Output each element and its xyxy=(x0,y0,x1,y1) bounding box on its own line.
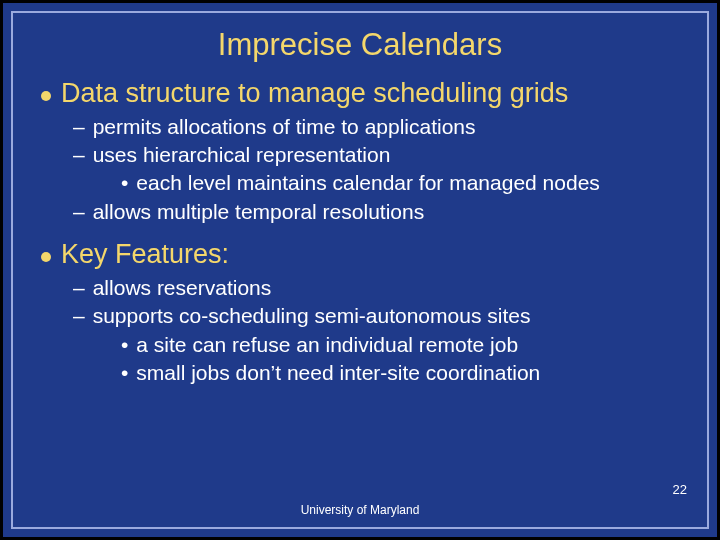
sub-text: allows multiple temporal resolutions xyxy=(93,198,424,226)
sub-text: supports co-scheduling semi-autonomous s… xyxy=(93,302,531,330)
slide-title: Imprecise Calendars xyxy=(41,27,679,63)
dash-icon: – xyxy=(73,302,85,330)
sub-sub-item: • small jobs don’t need inter-site coord… xyxy=(121,359,679,387)
sub-list: – permits allocations of time to applica… xyxy=(73,113,679,226)
sub-item: – allows multiple temporal resolutions xyxy=(73,198,679,226)
bullet-text: Key Features: xyxy=(61,238,229,272)
slide: Imprecise Calendars Data structure to ma… xyxy=(0,0,720,540)
sub-text: permits allocations of time to applicati… xyxy=(93,113,476,141)
sub-item: – uses hierarchical representation xyxy=(73,141,679,169)
dash-icon: – xyxy=(73,141,85,169)
bullet-item: Data structure to manage scheduling grid… xyxy=(41,77,679,111)
sub-sub-item: • each level maintains calendar for mana… xyxy=(121,169,679,197)
sub-item: – allows reservations xyxy=(73,274,679,302)
bullet-icon xyxy=(41,91,51,101)
sub-item: – permits allocations of time to applica… xyxy=(73,113,679,141)
dot-icon: • xyxy=(121,331,128,359)
sub-sub-text: small jobs don’t need inter-site coordin… xyxy=(136,359,540,387)
dash-icon: – xyxy=(73,113,85,141)
bullet-text: Data structure to manage scheduling grid… xyxy=(61,77,568,111)
sub-sub-text: each level maintains calendar for manage… xyxy=(136,169,599,197)
sub-item: – supports co-scheduling semi-autonomous… xyxy=(73,302,679,330)
dot-icon: • xyxy=(121,169,128,197)
dash-icon: – xyxy=(73,198,85,226)
slide-content: Data structure to manage scheduling grid… xyxy=(41,77,679,387)
sub-list: – allows reservations – supports co-sche… xyxy=(73,274,679,387)
sub-text: uses hierarchical representation xyxy=(93,141,391,169)
bullet-item: Key Features: xyxy=(41,238,679,272)
sub-text: allows reservations xyxy=(93,274,272,302)
footer-text: University of Maryland xyxy=(13,503,707,517)
bullet-icon xyxy=(41,252,51,262)
sub-sub-item: • a site can refuse an individual remote… xyxy=(121,331,679,359)
page-number: 22 xyxy=(673,482,687,497)
sub-sub-text: a site can refuse an individual remote j… xyxy=(136,331,518,359)
dot-icon: • xyxy=(121,359,128,387)
dash-icon: – xyxy=(73,274,85,302)
slide-inner: Imprecise Calendars Data structure to ma… xyxy=(11,11,709,529)
